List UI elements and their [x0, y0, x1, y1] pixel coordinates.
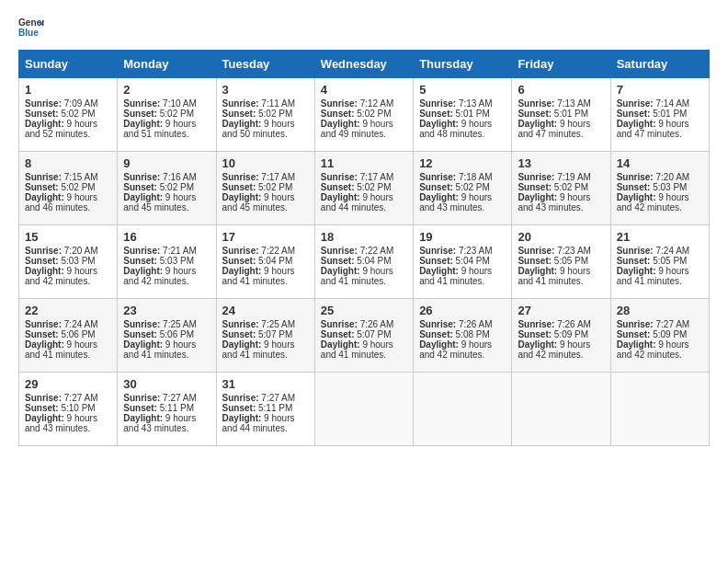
daylight-text: Daylight: 9 hours and 45 minutes. [123, 192, 196, 213]
daylight-text: Daylight: 9 hours and 41 minutes. [123, 339, 196, 360]
sunrise-text: Sunrise: 7:27 AM [222, 393, 295, 403]
sunset-text: Sunset: 5:11 PM [123, 403, 194, 413]
daylight-text: Daylight: 9 hours and 42 minutes. [123, 266, 196, 286]
calendar-day-cell: 9 Sunrise: 7:16 AM Sunset: 5:02 PM Dayli… [118, 152, 216, 225]
day-number: 31 [222, 377, 309, 391]
sunset-text: Sunset: 5:11 PM [222, 403, 293, 413]
calendar-day-cell: 10 Sunrise: 7:17 AM Sunset: 5:02 PM Dayl… [216, 152, 314, 225]
calendar-day-cell: 16 Sunrise: 7:21 AM Sunset: 5:03 PM Dayl… [118, 225, 216, 299]
sunrise-text: Sunrise: 7:25 AM [123, 319, 196, 329]
sunset-text: Sunset: 5:01 PM [617, 109, 688, 119]
day-number: 19 [419, 230, 506, 244]
day-number: 24 [222, 304, 309, 317]
sunset-text: Sunset: 5:03 PM [123, 256, 194, 266]
sunrise-text: Sunrise: 7:12 AM [321, 98, 393, 109]
sunrise-text: Sunrise: 7:18 AM [419, 172, 492, 182]
daylight-text: Daylight: 9 hours and 46 minutes. [25, 192, 97, 213]
sunset-text: Sunset: 5:08 PM [419, 329, 490, 339]
daylight-text: Daylight: 9 hours and 50 minutes. [222, 119, 295, 139]
day-number: 18 [321, 230, 407, 244]
daylight-text: Daylight: 9 hours and 47 minutes. [518, 119, 590, 139]
calendar-empty-cell [512, 373, 610, 446]
sunrise-text: Sunrise: 7:14 AM [617, 98, 689, 109]
day-number: 5 [419, 83, 506, 97]
sunset-text: Sunset: 5:07 PM [222, 329, 293, 339]
sunset-text: Sunset: 5:02 PM [222, 182, 293, 192]
day-number: 28 [617, 304, 703, 317]
daylight-text: Daylight: 9 hours and 49 minutes. [321, 119, 393, 139]
daylight-text: Daylight: 9 hours and 42 minutes. [518, 339, 590, 360]
daylight-text: Daylight: 9 hours and 52 minutes. [25, 119, 97, 139]
sunset-text: Sunset: 5:06 PM [123, 329, 194, 339]
calendar-week-row: 8 Sunrise: 7:15 AM Sunset: 5:02 PM Dayli… [19, 152, 710, 225]
sunset-text: Sunset: 5:04 PM [419, 256, 490, 266]
daylight-text: Daylight: 9 hours and 42 minutes. [617, 339, 689, 360]
sunrise-text: Sunrise: 7:25 AM [222, 319, 295, 329]
sunrise-text: Sunrise: 7:27 AM [123, 393, 196, 403]
sunrise-text: Sunrise: 7:16 AM [123, 172, 196, 182]
sunset-text: Sunset: 5:02 PM [518, 182, 588, 192]
day-number: 21 [617, 230, 703, 244]
calendar-week-row: 29 Sunrise: 7:27 AM Sunset: 5:10 PM Dayl… [19, 373, 710, 446]
daylight-text: Daylight: 9 hours and 45 minutes. [222, 192, 295, 213]
sunset-text: Sunset: 5:02 PM [25, 109, 96, 119]
day-number: 29 [25, 377, 111, 391]
day-number: 27 [518, 304, 604, 317]
sunrise-text: Sunrise: 7:13 AM [518, 98, 590, 109]
day-number: 17 [222, 230, 309, 244]
calendar-day-cell: 6 Sunrise: 7:13 AM Sunset: 5:01 PM Dayli… [512, 78, 610, 152]
sunset-text: Sunset: 5:10 PM [25, 403, 96, 413]
calendar-day-cell: 11 Sunrise: 7:17 AM Sunset: 5:02 PM Dayl… [314, 152, 413, 225]
calendar-day-cell: 29 Sunrise: 7:27 AM Sunset: 5:10 PM Dayl… [19, 373, 118, 446]
calendar-day-cell: 1 Sunrise: 7:09 AM Sunset: 5:02 PM Dayli… [19, 78, 118, 152]
calendar-day-cell: 20 Sunrise: 7:23 AM Sunset: 5:05 PM Dayl… [512, 225, 610, 299]
calendar-day-cell: 12 Sunrise: 7:18 AM Sunset: 5:02 PM Dayl… [414, 152, 512, 225]
sunrise-text: Sunrise: 7:26 AM [321, 319, 393, 329]
calendar-day-cell: 7 Sunrise: 7:14 AM Sunset: 5:01 PM Dayli… [610, 78, 709, 152]
daylight-text: Daylight: 9 hours and 44 minutes. [321, 192, 393, 213]
sunrise-text: Sunrise: 7:15 AM [25, 172, 97, 182]
day-number: 12 [419, 156, 506, 170]
day-number: 22 [25, 304, 111, 317]
sunrise-text: Sunrise: 7:09 AM [25, 98, 97, 109]
daylight-text: Daylight: 9 hours and 43 minutes. [25, 413, 97, 433]
calendar-day-cell: 19 Sunrise: 7:23 AM Sunset: 5:04 PM Dayl… [414, 225, 512, 299]
day-number: 9 [123, 156, 210, 170]
sunrise-text: Sunrise: 7:27 AM [617, 319, 689, 329]
daylight-text: Daylight: 9 hours and 43 minutes. [123, 413, 196, 433]
day-number: 3 [222, 83, 309, 97]
calendar-day-cell: 28 Sunrise: 7:27 AM Sunset: 5:09 PM Dayl… [610, 299, 709, 373]
daylight-text: Daylight: 9 hours and 48 minutes. [419, 119, 492, 139]
sunset-text: Sunset: 5:06 PM [25, 329, 96, 339]
day-number: 4 [321, 83, 407, 97]
day-number: 11 [321, 156, 407, 170]
sunset-text: Sunset: 5:09 PM [617, 329, 688, 339]
daylight-text: Daylight: 9 hours and 41 minutes. [222, 266, 295, 286]
calendar-week-row: 22 Sunrise: 7:24 AM Sunset: 5:06 PM Dayl… [19, 299, 710, 373]
sunset-text: Sunset: 5:01 PM [419, 109, 490, 119]
sunrise-text: Sunrise: 7:13 AM [419, 98, 492, 109]
calendar-week-row: 15 Sunrise: 7:20 AM Sunset: 5:03 PM Dayl… [19, 225, 710, 299]
sunset-text: Sunset: 5:02 PM [321, 109, 392, 119]
daylight-text: Daylight: 9 hours and 43 minutes. [518, 192, 590, 213]
calendar-empty-cell [414, 373, 512, 446]
day-number: 6 [518, 83, 604, 97]
sunset-text: Sunset: 5:05 PM [617, 256, 688, 266]
day-number: 30 [123, 377, 210, 391]
sunset-text: Sunset: 5:09 PM [518, 329, 588, 339]
calendar-day-cell: 27 Sunrise: 7:26 AM Sunset: 5:09 PM Dayl… [512, 299, 610, 373]
sunset-text: Sunset: 5:01 PM [518, 109, 588, 119]
daylight-text: Daylight: 9 hours and 42 minutes. [25, 266, 97, 286]
sunrise-text: Sunrise: 7:17 AM [321, 172, 393, 182]
daylight-text: Daylight: 9 hours and 41 minutes. [25, 339, 97, 360]
weekday-header: Tuesday [216, 51, 314, 78]
weekday-header: Saturday [610, 51, 709, 78]
sunset-text: Sunset: 5:02 PM [222, 109, 293, 119]
day-number: 2 [123, 83, 210, 97]
calendar-day-cell: 22 Sunrise: 7:24 AM Sunset: 5:06 PM Dayl… [19, 299, 118, 373]
day-number: 25 [321, 304, 407, 317]
day-number: 13 [518, 156, 604, 170]
sunrise-text: Sunrise: 7:23 AM [518, 246, 590, 256]
sunset-text: Sunset: 5:03 PM [25, 256, 96, 266]
sunrise-text: Sunrise: 7:20 AM [617, 172, 689, 182]
